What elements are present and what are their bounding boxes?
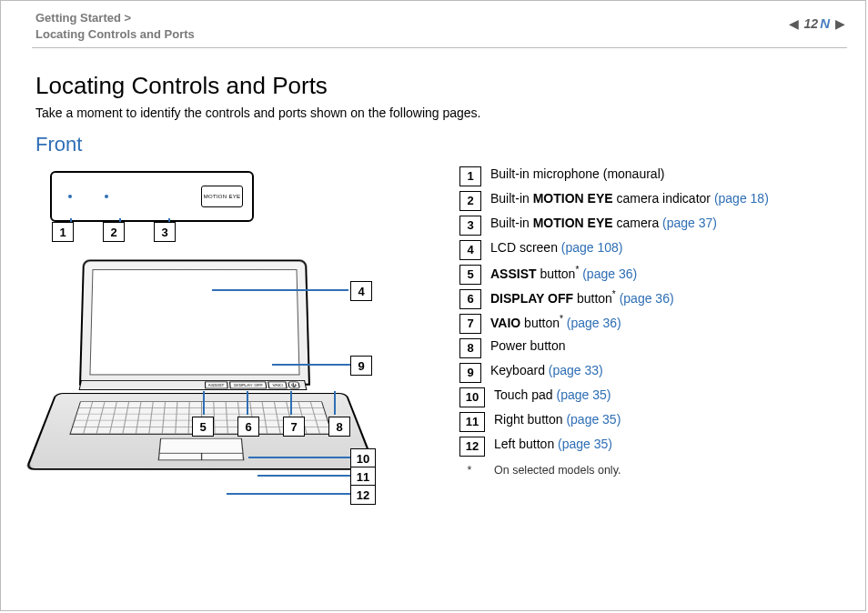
display-off-button-icon: DISPLAY OFF (229, 382, 267, 389)
callout-12: 12 (459, 437, 485, 457)
legend-item-8: 8 Power button (459, 337, 845, 358)
page-link-35b[interactable]: (page 35) (566, 412, 621, 427)
legend-text-7: VAIO button* (page 36) (490, 313, 621, 332)
next-page-arrow-icon[interactable]: ▶ (835, 16, 845, 31)
callout-5: 5 (192, 417, 214, 437)
callout-6: 6 (237, 417, 259, 437)
legend-item-1: 1 Built-in microphone (monaural) (459, 166, 845, 186)
prev-page-arrow-icon[interactable]: ◀ (789, 16, 799, 31)
callout-2: 2 (103, 222, 125, 242)
inset-indicator-dot-icon (105, 195, 108, 198)
callout-10: 10 (459, 387, 485, 407)
callout-3: 3 (459, 216, 481, 236)
callout-4: 4 (350, 281, 372, 301)
callout-5: 5 (459, 265, 481, 285)
callout-7: 7 (459, 314, 481, 334)
page-link-36b[interactable]: (page 36) (616, 291, 674, 306)
laptop-screen-inner (89, 269, 299, 375)
lead-line (203, 391, 205, 415)
intro-text: Take a moment to identify the controls a… (35, 106, 845, 120)
breadcrumb-line2: Locating Controls and Ports (35, 26, 195, 43)
page-link-108[interactable]: (page 108) (561, 240, 623, 255)
page-link-35c[interactable]: (page 35) (558, 437, 612, 451)
laptop-screen (79, 260, 310, 386)
power-button-icon: ⏻ (288, 382, 300, 389)
inset-camera-icon: MOTION EYE (201, 186, 243, 207)
legend-text-9: Keyboard (page 33) (490, 362, 603, 379)
laptop-hinge-strip: ASSIST DISPLAY OFF VAIO ⏻ (79, 380, 308, 390)
laptop-touchpad-icon (158, 438, 245, 461)
inset-mic-dot-icon (68, 195, 72, 198)
callout-7: 7 (283, 417, 305, 437)
callout-3: 3 (154, 222, 176, 242)
hinge-callouts: 5 6 7 8 (192, 417, 350, 437)
front-diagram: MOTION EYE 1 2 3 ASSIST DISPLAY OFF VAIO (35, 166, 436, 511)
callout-9: 9 (350, 356, 372, 376)
legend-item-4: 4 LCD screen (page 108) (459, 239, 845, 260)
page-nav: ◀ 12 N ▶ (789, 15, 845, 31)
section-title-front: Front (35, 133, 845, 156)
legend-item-7: 7 VAIO button* (page 36) (459, 313, 845, 334)
callout-12: 12 (350, 485, 376, 505)
legend-text-11: Right button (page 35) (494, 411, 621, 428)
breadcrumb-line1: Getting Started > (35, 10, 195, 26)
vaio-button-icon: VAIO (268, 382, 288, 389)
lead-line (247, 391, 248, 415)
footnote-star-icon: * (459, 464, 479, 477)
page-link-36a[interactable]: (page 36) (579, 266, 637, 281)
callout-1: 1 (459, 166, 481, 186)
legend-item-6: 6 DISPLAY OFF button* (page 36) (459, 288, 845, 309)
lead-line (334, 391, 336, 415)
nav-n-icon: N (820, 15, 830, 31)
legend-text-5: ASSIST button* (page 36) (490, 264, 637, 283)
legend-text-1: Built-in microphone (monaural) (490, 166, 664, 183)
breadcrumb: Getting Started > Locating Controls and … (35, 10, 195, 42)
lead-line (227, 493, 350, 495)
legend-item-10: 10 Touch pad (page 35) (459, 387, 845, 407)
legend-text-10: Touch pad (page 35) (494, 387, 611, 404)
legend: 1 Built-in microphone (monaural) 2 Built… (459, 166, 845, 477)
legend-item-2: 2 Built-in MOTION EYE camera indicator (… (459, 190, 845, 211)
legend-text-12: Left button (page 35) (494, 436, 612, 453)
page-link-37[interactable]: (page 37) (662, 216, 717, 230)
callout-9: 9 (459, 363, 481, 383)
legend-item-5: 5 ASSIST button* (page 36) (459, 264, 845, 285)
callout-11: 11 (459, 412, 485, 432)
legend-text-2: Built-in MOTION EYE camera indicator (pa… (490, 190, 769, 207)
page-link-33[interactable]: (page 33) (549, 363, 603, 377)
page-number: 12 (804, 16, 819, 31)
legend-item-11: 11 Right button (page 35) (459, 411, 845, 432)
footnote-text: On selected models only. (494, 464, 621, 477)
page-link-36c[interactable]: (page 36) (563, 316, 621, 330)
legend-text-6: DISPLAY OFF button* (page 36) (490, 288, 674, 307)
callout-2: 2 (459, 191, 481, 211)
inset-callouts: 1 2 3 (52, 222, 176, 242)
footnote: * On selected models only. (459, 464, 845, 477)
legend-item-3: 3 Built-in MOTION EYE camera (page 37) (459, 215, 845, 236)
lead-line (248, 457, 350, 458)
lead-line (257, 475, 350, 477)
callout-8: 8 (459, 338, 481, 358)
laptop-drawing: ASSIST DISPLAY OFF VAIO ⏻ (48, 256, 358, 484)
page-link-18[interactable]: (page 18) (714, 191, 769, 206)
lead-line (212, 289, 348, 291)
diagram-inset: MOTION EYE (50, 171, 254, 222)
assist-button-icon: ASSIST (205, 382, 228, 389)
legend-text-3: Built-in MOTION EYE camera (page 37) (490, 215, 717, 232)
legend-item-12: 12 Left button (page 35) (459, 436, 845, 457)
page-title: Locating Controls and Ports (35, 72, 845, 100)
callout-1: 1 (52, 222, 74, 242)
lead-line (272, 364, 350, 366)
legend-item-9: 9 Keyboard (page 33) (459, 362, 845, 383)
callout-8: 8 (328, 417, 350, 437)
callout-6: 6 (459, 289, 481, 309)
legend-text-8: Power button (490, 337, 566, 355)
callout-10: 10 (350, 448, 376, 468)
callout-11: 11 (350, 467, 376, 487)
callout-4: 4 (459, 240, 481, 260)
lead-line (290, 391, 292, 415)
page-link-35a[interactable]: (page 35) (557, 387, 611, 402)
legend-text-4: LCD screen (page 108) (490, 239, 623, 256)
